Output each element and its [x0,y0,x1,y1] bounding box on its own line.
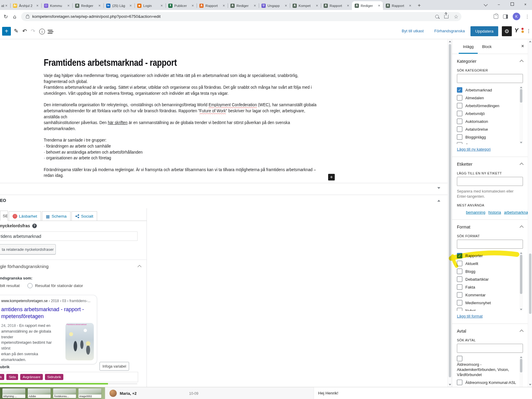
related-keyphrases-button[interactable]: ta relaterade nyckelordsfraser [0,244,56,254]
format-header[interactable]: Format [457,224,523,230]
new-tab-button[interactable]: + [415,2,423,9]
checkbox[interactable] [457,308,462,311]
file-thumbnail[interactable]: Inhyrning ... [2,388,25,398]
block-inserter-button[interactable]: + [2,27,11,36]
mobile-radio-label[interactable]: bilt resultat [0,283,20,288]
yoast-tab-seo[interactable]: SEO [0,211,8,221]
seo-title-input[interactable]: rikSidaAvgränsareSidrubrik [0,372,138,382]
tab-close-icon[interactable]: × [35,4,40,8]
browser-tab[interactable]: ARapport× [383,1,414,10]
file-thumbnail[interactable]: Åretskonsu... [53,388,76,398]
tab-close-icon[interactable]: × [97,4,102,8]
add-tag-input[interactable] [457,177,523,186]
category-item[interactable]: Corona [457,141,518,144]
google-preview-header[interactable]: gle förhandsgranskning [0,264,49,269]
bookmark-star-icon[interactable]: ☆ [454,14,458,20]
browser-tab[interactable]: ARediger× [228,1,259,10]
yoast-tab-läsbarhet[interactable]: ☹Läsbarhet [9,211,41,221]
avtal-item[interactable]: Äldreomsorg - Akademikerförbunden, Visio… [457,356,518,377]
avtal-header[interactable]: Avtal [457,328,523,334]
title-variable-pill[interactable]: rik [0,374,4,380]
collapse-chevron-icon[interactable] [138,265,141,269]
browser-tab[interactable]: ARediger× [352,1,383,10]
post-paragraph[interactable]: Trenderna är samlade i tre grupper: · fö… [44,137,334,161]
tab-post[interactable]: Inlägg [459,39,478,54]
checkbox[interactable] [457,276,462,282]
extensions-icon[interactable] [494,14,498,19]
browser-tab[interactable]: in(25) Läg× [103,1,135,10]
browser-tab[interactable]: AKompet× [290,1,321,10]
undo-icon[interactable]: ↶ [22,28,27,34]
switch-to-draft-link[interactable]: Byt till utkast [402,29,424,33]
editor-options-icon[interactable]: ⋮ [526,28,531,34]
tab-close-icon[interactable]: × [222,4,226,8]
browser-menu-icon[interactable]: ⋮ [525,14,530,19]
settings-gear-icon[interactable]: ⚙ [502,26,512,36]
zoom-icon[interactable] [435,15,439,18]
tab-close-icon[interactable]: × [191,4,195,8]
tab-close-icon[interactable]: × [128,4,133,8]
category-item[interactable]: Arbetsförmedlingen [457,102,518,110]
tab-search-chevron-icon[interactable] [479,2,492,7]
tab-close-icon[interactable]: × [284,4,288,8]
tab-close-icon[interactable]: × [377,4,381,8]
list-scrollbar[interactable] [519,356,523,387]
checkbox[interactable] [457,111,462,116]
browser-tab[interactable]: UUngapp× [259,1,290,10]
format-item[interactable]: Debattartiklar [457,275,518,283]
checkbox[interactable] [457,300,462,305]
collapse-panel-up-icon[interactable] [437,200,440,202]
address-bar[interactable]: kompetensforetagen.se/wp/wp-admin/post.p… [21,12,461,21]
format-item[interactable]: Nyhet [457,307,518,311]
share-icon[interactable] [444,15,448,18]
file-thumbnail[interactable]: Adobe [28,388,51,398]
checkbox[interactable] [457,134,462,140]
checkbox[interactable] [457,119,462,124]
browser-tab[interactable]: ÅrÅrshjul 2× [10,1,41,10]
reload-icon[interactable]: ↻ [1,14,10,20]
category-item[interactable]: Blogginlägg [457,133,518,141]
format-item[interactable]: Fakta [457,283,518,291]
browser-tab[interactable]: Login× [135,1,166,10]
most-used-tag-link[interactable]: bemanning [466,210,485,215]
insert-variable-button[interactable]: Infoga variabel [100,362,129,371]
add-block-button[interactable]: + [328,174,335,180]
checkbox[interactable] [457,103,462,108]
tools-pencil-icon[interactable]: ✎ [14,28,18,34]
most-used-tag-link[interactable]: historia [488,210,501,215]
sidebar-scrollbar[interactable] [528,39,532,387]
post-paragraph[interactable]: Varje dag hjälper våra medlemmar företag… [44,72,334,96]
content-scrollbar[interactable] [448,39,452,387]
inline-link[interactable]: här skriften [108,120,127,125]
post-paragraph[interactable]: Den internationella organisation för rek… [44,102,334,131]
most-used-tag-link[interactable]: arbetsmarknad [504,210,528,215]
tab-block[interactable]: Block [478,39,496,54]
format-item[interactable]: Aktuellt [457,260,518,267]
checkbox[interactable] [457,269,462,274]
tags-header[interactable]: Etiketter [457,161,523,167]
title-variable-pill[interactable]: Avgränsare [20,374,43,380]
collapse-panel-down-icon[interactable] [437,187,440,189]
search-categories-input[interactable] [457,74,523,83]
browser-tab[interactable]: XPublicer× [166,1,197,10]
category-item[interactable]: Arbetsmiljö [457,110,518,117]
tab-close-icon[interactable]: × [346,4,350,8]
browser-tab[interactable]: ARapport× [197,1,228,10]
category-item[interactable]: Auktorisation [457,117,518,125]
redo-icon[interactable]: ↷ [31,28,35,34]
format-item[interactable]: Medlemsnyhet [457,299,518,307]
browser-tab[interactable]: abi× [0,1,10,10]
minimize-button[interactable]: – [492,2,505,7]
checkbox[interactable] [457,261,462,266]
format-item[interactable]: ✓Rapporter [457,252,518,260]
category-item[interactable]: Avtalsrörelse [457,125,518,133]
post-body[interactable]: Varje dag hjälper våra medlemmar företag… [44,72,334,178]
update-button[interactable]: Uppdatera [470,26,498,36]
tab-close-icon[interactable]: × [408,4,412,8]
title-variable-pill[interactable]: Sida [6,374,18,380]
search-avtal-input[interactable] [457,344,523,353]
preview-link[interactable]: Förhandsgranska [434,29,465,33]
keyphrase-input[interactable]: tidens arbetsmarknad [0,231,138,241]
list-view-icon[interactable] [48,30,52,30]
close-sidebar-icon[interactable]: × [521,43,524,49]
